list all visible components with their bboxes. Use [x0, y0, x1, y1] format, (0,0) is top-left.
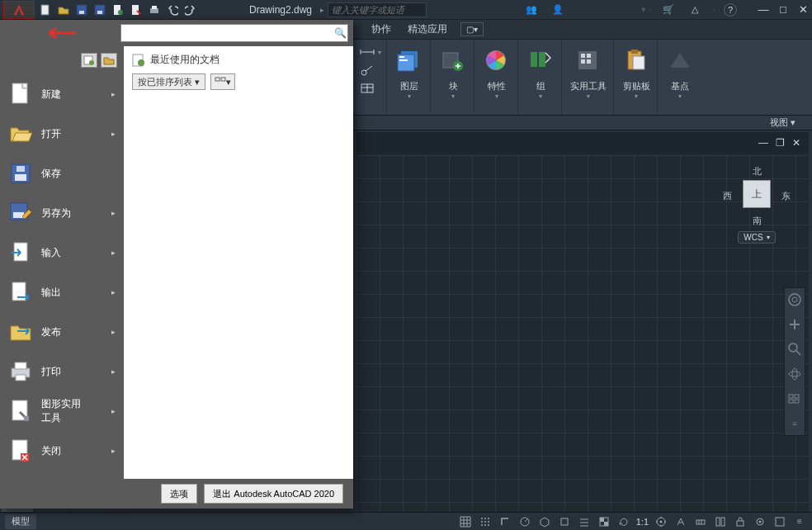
panel-layers[interactable]: 图层 ▾	[389, 40, 431, 115]
transparency-icon[interactable]	[597, 514, 611, 529]
open-docs-mode-icon[interactable]	[101, 53, 117, 68]
tab-collab[interactable]: 协作	[363, 19, 399, 40]
cleanscreen-icon[interactable]	[772, 514, 787, 529]
nav-expand-icon[interactable]: ≡	[786, 415, 803, 432]
doc-close-icon[interactable]: ✕	[791, 137, 802, 149]
exit-button[interactable]: 退出 Autodesk AutoCAD 2020	[204, 484, 343, 504]
snap-toggle-icon[interactable]	[478, 514, 493, 529]
panel-groups[interactable]: 组 ▾	[520, 40, 562, 115]
panel-properties[interactable]: 特性 ▾	[476, 40, 518, 115]
qat-print-icon[interactable]	[146, 2, 163, 18]
navigation-bar: ≡	[784, 287, 805, 436]
isoplane-icon[interactable]	[537, 514, 552, 529]
customize-icon[interactable]: ≡	[792, 514, 807, 529]
svg-rect-43	[17, 166, 25, 172]
appmenu-close[interactable]: 关闭▸	[0, 431, 124, 471]
application-menu: 🔍 新建▸ 打开▸ 保存 另存为▸	[0, 20, 353, 509]
status-model[interactable]: 模型	[5, 514, 36, 529]
qat-redo-icon[interactable]	[182, 2, 199, 18]
svg-rect-35	[795, 395, 799, 398]
close-button[interactable]: ✕	[797, 4, 809, 16]
ribbon-view-label[interactable]: 视图 ▾	[770, 116, 795, 129]
chevron-down-icon: ▾	[678, 92, 682, 100]
ortho-icon[interactable]	[498, 514, 512, 529]
tab-extra-icon[interactable]: ▢▾	[460, 22, 484, 36]
signin-icon[interactable]: 👥	[523, 2, 540, 18]
appmenu-open[interactable]: 打开▸	[0, 114, 124, 154]
lock-ui-icon[interactable]	[733, 514, 748, 529]
grid-toggle-icon[interactable]	[458, 514, 473, 529]
status-bar-right: 1:1 ≡	[458, 514, 807, 529]
app-menu-commands: 新建▸ 打开▸ 保存 另存为▸ 输入▸ 输出▸	[0, 46, 124, 479]
lineweight-icon[interactable]	[577, 514, 592, 529]
svg-rect-81	[776, 518, 784, 526]
options-button[interactable]: 选项	[161, 484, 197, 504]
svg-rect-78	[737, 521, 744, 526]
title-bar-right: 👥 👤 ▾ · 🛒 △ · ? — □ ✕	[522, 2, 809, 18]
polar-icon[interactable]	[517, 514, 532, 529]
nav-zoom-icon[interactable]	[786, 341, 803, 357]
qat-new-icon[interactable]	[37, 2, 54, 18]
autodesk-icon[interactable]: △	[687, 2, 703, 18]
osnap-icon[interactable]	[557, 514, 572, 529]
qat-saveas-icon[interactable]	[92, 2, 108, 18]
units-icon[interactable]	[693, 514, 708, 529]
qat-save-icon[interactable]	[73, 2, 90, 18]
doc-minimize-icon[interactable]: —	[758, 137, 769, 149]
appmenu-drawing-utilities[interactable]: 图形实用工具▸	[0, 391, 124, 431]
wcs-button[interactable]: WCS▾	[738, 231, 775, 244]
dim-linear-icon[interactable]	[360, 45, 375, 59]
nav-orbit-icon[interactable]	[786, 366, 803, 382]
appmenu-saveas[interactable]: 另存为▸	[0, 193, 124, 233]
appmenu-publish[interactable]: 发布▸	[0, 312, 124, 352]
search-expand-icon[interactable]: ▸	[320, 6, 324, 14]
nav-showmotion-icon[interactable]	[786, 390, 803, 407]
recent-docs-icon	[132, 54, 145, 67]
new-file-icon	[8, 82, 33, 106]
isolate-icon[interactable]	[753, 514, 767, 529]
quickprops-icon[interactable]	[713, 514, 728, 529]
panel-clipboard[interactable]: 剪贴板 ▾	[616, 40, 658, 115]
recent-docs-mode-icon[interactable]	[81, 53, 97, 68]
annotation-scale[interactable]: 1:1	[636, 517, 649, 527]
app-menu-button[interactable]	[3, 1, 35, 19]
nav-pan-icon[interactable]	[786, 316, 803, 333]
appmenu-export[interactable]: 输出▸	[0, 272, 124, 312]
clipboard-icon	[622, 46, 650, 74]
panel-blocks[interactable]: 块 ▾	[432, 40, 474, 115]
qat-open-icon[interactable]	[55, 2, 72, 18]
panel-utilities-label: 实用工具	[570, 81, 607, 91]
title-search-input[interactable]	[328, 2, 427, 17]
appmenu-save[interactable]: 保存	[0, 154, 124, 193]
minimize-button[interactable]: —	[758, 4, 769, 16]
help-icon[interactable]: ?	[724, 3, 737, 17]
chevron-down-icon: ▾	[408, 92, 411, 100]
qat-plot-icon[interactable]	[128, 2, 144, 18]
view-cube[interactable]: 北 西 东 上 南 WCS▾	[726, 165, 787, 264]
search-icon[interactable]: 🔍	[333, 27, 347, 39]
nav-wheel-icon[interactable]	[786, 291, 803, 308]
cart-icon[interactable]: 🛒	[660, 2, 677, 18]
appmenu-new[interactable]: 新建▸	[0, 74, 124, 114]
annotation-icon[interactable]	[673, 514, 688, 529]
svg-rect-14	[399, 56, 404, 58]
user-icon[interactable]: 👤	[550, 2, 566, 18]
sort-dropdown[interactable]: 按已排序列表 ▾	[132, 73, 205, 90]
app-menu-search-input[interactable]	[121, 27, 333, 39]
cycling-icon[interactable]	[616, 514, 631, 529]
leader-icon[interactable]	[360, 63, 375, 78]
appmenu-print[interactable]: 打印▸	[0, 352, 124, 391]
workspace-icon[interactable]	[654, 514, 668, 529]
tab-featured[interactable]: 精选应用	[399, 19, 456, 40]
panel-base[interactable]: 基点 ▾	[659, 40, 701, 115]
table-icon[interactable]	[360, 81, 375, 96]
maximize-button[interactable]: □	[777, 4, 789, 16]
qat-undo-icon[interactable]	[164, 2, 181, 18]
panel-utilities[interactable]: 实用工具 ▾	[564, 40, 614, 115]
qat-web-icon[interactable]	[110, 2, 126, 18]
chevron-down-icon: ▾	[451, 92, 455, 100]
doc-restore-icon[interactable]: ❐	[774, 137, 786, 149]
view-mode-button[interactable]: ▾	[210, 73, 235, 90]
viewcube-top-face[interactable]: 上	[743, 180, 771, 208]
appmenu-import[interactable]: 输入▸	[0, 233, 124, 272]
